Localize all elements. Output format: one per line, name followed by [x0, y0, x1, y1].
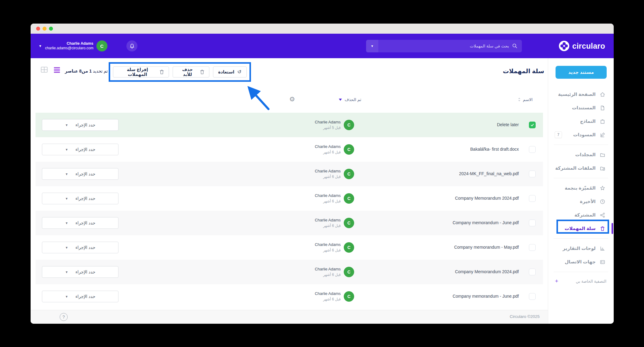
file-name[interactable]: Company memorandum - May.pdf — [454, 245, 519, 250]
sidebar-item-trash[interactable]: سلة المهملات — [548, 222, 614, 235]
list-view-icon[interactable] — [54, 67, 60, 73]
restore-label: استعادة — [218, 70, 234, 74]
sidebar-item-label: الملفات المشتركة — [555, 165, 596, 171]
home-icon — [600, 92, 605, 97]
table-row[interactable]: Company memorandum - June.pdf C Charlie … — [36, 284, 543, 309]
file-name[interactable]: Company Memorandum 2024.pdf — [455, 196, 519, 201]
sidebar-item-label: الأخيرة — [580, 199, 596, 204]
file-name[interactable]: Company Memorandum 2024.pdf — [455, 269, 519, 274]
owner-avatar: C — [344, 242, 354, 253]
sidebar-divider — [554, 178, 608, 178]
table-header: الاسم تم الحذف ⚙ — [31, 95, 548, 106]
sidebar-item-drafts[interactable]: 7 المسودات — [548, 128, 614, 141]
column-header-deleted[interactable]: تم الحذف — [339, 97, 361, 102]
notifications-button[interactable] — [126, 40, 137, 51]
row-checkbox[interactable] — [529, 171, 536, 177]
sidebar-divider — [554, 238, 608, 239]
restore-icon: ↺ — [238, 70, 242, 74]
file-name[interactable]: Company memorandum - June.pdf — [453, 294, 519, 299]
trash-icon — [160, 70, 164, 74]
add-filter-icon[interactable]: + — [555, 278, 558, 285]
grid-view-icon[interactable] — [41, 66, 48, 73]
maximize-window-button[interactable] — [49, 27, 53, 31]
table-row[interactable]: Company Memorandum 2024.pdf C Charlie Ad… — [36, 260, 543, 284]
selected-item-indicator — [612, 223, 613, 234]
chevron-down-icon: ▼ — [65, 270, 68, 274]
file-name[interactable]: Delete later — [497, 122, 519, 127]
name-column-label: الاسم — [523, 97, 533, 102]
owner-avatar: C — [344, 291, 354, 302]
delete-forever-button[interactable]: حذف للأبد — [173, 66, 209, 77]
owner-info: Charlie Adams قبل 6 أشهر — [279, 217, 341, 228]
row-checkbox[interactable] — [529, 122, 536, 128]
sidebar-item-shared-files[interactable]: الملفات المشتركة — [548, 161, 614, 175]
sidebar-item-templates[interactable]: النماذج — [548, 115, 614, 128]
search-input[interactable] — [378, 40, 522, 52]
help-button[interactable]: ? — [60, 313, 68, 321]
app-window: ▼ Charlie Adams charlie.adams@circularo.… — [31, 24, 614, 324]
table-row[interactable]: Company memorandum - June.pdf C Charlie … — [36, 211, 543, 235]
row-checkbox[interactable] — [529, 220, 536, 226]
owner-info: Charlie Adams قبل 6 أشهر — [279, 144, 341, 155]
table-settings-gear-icon[interactable]: ⚙ — [289, 96, 295, 103]
user-menu[interactable]: ▼ Charlie Adams charlie.adams@circularo.… — [39, 40, 107, 52]
selection-count: تم تحديد 1 من8 عناصر — [65, 69, 108, 74]
column-header-name[interactable]: الاسم — [518, 97, 533, 102]
sidebar-item-home[interactable]: الصفحة الرئيسية — [548, 88, 614, 101]
table-row[interactable]: Bakalářka- first draft.docx C Charlie Ad… — [36, 137, 543, 162]
file-name[interactable]: Bakalářka- first draft.docx — [470, 147, 519, 152]
row-action-dropdown[interactable]: حدد الإجراء ▼ — [42, 291, 118, 302]
row-action-dropdown[interactable]: حدد الإجراء ▼ — [42, 144, 118, 155]
table-row[interactable]: Company memorandum - May.pdf C Charlie A… — [36, 235, 543, 260]
sidebar-item-starred[interactable]: المُميّزة بنجمة — [548, 181, 614, 195]
owner-info: Charlie Adams قبل 6 أشهر — [279, 266, 341, 277]
chevron-down-icon: ▼ — [65, 295, 68, 298]
row-action-dropdown[interactable]: حدد الإجراء ▼ — [42, 242, 118, 253]
sidebar-item-label: الصفحة الرئيسية — [558, 92, 596, 97]
sidebar-item-report-dashboards[interactable]: لوحات التقارير — [548, 242, 614, 255]
search-scope-dropdown[interactable]: ▼ — [366, 40, 378, 52]
row-action-label: حدد الإجراء — [76, 172, 95, 176]
row-checkbox[interactable] — [529, 146, 536, 153]
sidebar-item-shared[interactable]: المشتركة — [548, 208, 614, 222]
row-checkbox[interactable] — [529, 195, 536, 202]
chevron-down-icon: ▼ — [65, 148, 68, 151]
file-name[interactable]: Company memorandum - June.pdf — [453, 220, 519, 225]
sidebar-item-label: المسودات — [573, 132, 596, 138]
sidebar-item-label: المشتركة — [575, 212, 596, 218]
minimize-window-button[interactable] — [43, 27, 47, 31]
deleted-date: قبل 6 أشهر — [279, 272, 341, 277]
bell-icon — [129, 43, 135, 49]
row-action-dropdown[interactable]: حدد الإجراء ▼ — [42, 266, 118, 278]
restore-button[interactable]: ↺ استعادة — [213, 66, 247, 77]
chevron-down-icon: ▼ — [65, 123, 68, 127]
owner-avatar: C — [344, 169, 354, 179]
search-icon — [512, 43, 518, 49]
row-action-dropdown[interactable]: حدد الإجراء ▼ — [42, 217, 118, 229]
chevron-down-icon: ▼ — [39, 44, 42, 48]
table-row[interactable]: 2024-MK_FF_final_na_web.pdf C Charlie Ad… — [36, 162, 543, 186]
close-window-button[interactable] — [36, 27, 40, 31]
empty-trash-button[interactable]: إفراغ سلة المهملات — [113, 66, 169, 77]
file-name[interactable]: 2024-MK_FF_final_na_web.pdf — [459, 171, 519, 176]
row-action-dropdown[interactable]: حدد الإجراء ▼ — [42, 168, 118, 180]
row-checkbox[interactable] — [529, 244, 536, 251]
deleted-date: قبل 6 أشهر — [279, 149, 341, 155]
row-action-dropdown[interactable]: حدد الإجراء ▼ — [42, 119, 118, 131]
row-checkbox[interactable] — [529, 269, 536, 275]
owner-name: Charlie Adams — [279, 119, 341, 125]
sort-icon — [518, 97, 521, 102]
user-avatar[interactable]: C — [96, 40, 107, 51]
page-title: سلة المهملات — [503, 67, 544, 75]
table-row[interactable]: Delete later C Charlie Adams قبل 5 أشهر … — [36, 113, 543, 137]
table-row[interactable]: Company Memorandum 2024.pdf C Charlie Ad… — [36, 186, 543, 211]
row-checkbox[interactable] — [529, 293, 536, 300]
row-action-dropdown[interactable]: حدد الإجراء ▼ — [42, 193, 118, 204]
sidebar-item-recent[interactable]: الأخيرة — [548, 195, 614, 208]
owner-avatar: C — [344, 218, 354, 228]
my-filter-item[interactable]: + التصفية الخاصة بي — [548, 275, 614, 287]
sidebar-item-documents[interactable]: المستندات — [548, 101, 614, 115]
sidebar-item-folders[interactable]: المجلدات — [548, 148, 614, 161]
new-document-button[interactable]: مستند جديد — [556, 66, 607, 79]
sidebar-item-contacts[interactable]: جهات الاتصال — [548, 255, 614, 269]
